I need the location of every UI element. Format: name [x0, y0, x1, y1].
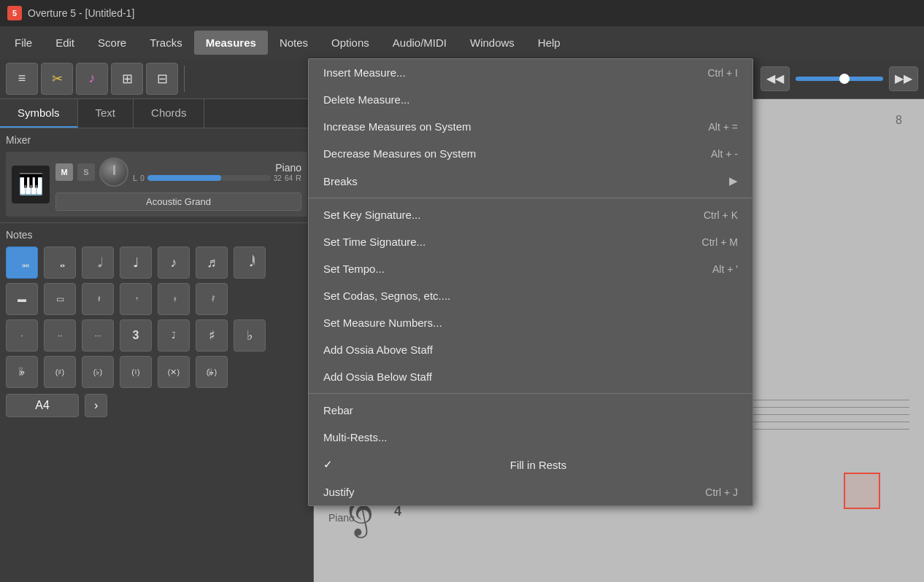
vol-l: L: [133, 174, 137, 182]
sharp-btn[interactable]: ♯: [196, 319, 228, 352]
volume-knob[interactable]: [99, 158, 128, 187]
transport-controls: ◀◀ ▶▶: [761, 66, 918, 91]
menu-measure-numbers[interactable]: Set Measure Numbers...: [309, 309, 752, 336]
rest-32nd[interactable]: 𝅀: [196, 283, 228, 315]
rebar-label: Rebar: [323, 404, 353, 416]
dot-double[interactable]: ··: [44, 319, 76, 352]
menu-increase-measures[interactable]: Increase Measures on System Alt + =: [309, 113, 752, 140]
menu-score[interactable]: Score: [86, 31, 138, 55]
menu-measures[interactable]: Measures: [194, 31, 268, 55]
triplet[interactable]: 3: [120, 319, 152, 352]
menu-set-codas[interactable]: Set Codas, Segnos, etc....: [309, 282, 752, 309]
menu-edit[interactable]: Edit: [44, 31, 86, 55]
flat-btn[interactable]: ♭: [234, 319, 266, 352]
paren-bb[interactable]: (𝄫): [196, 356, 228, 388]
note-half[interactable]: 𝅗𝅥: [82, 247, 114, 279]
menu-insert-measure[interactable]: Insert Measure... Ctrl + I: [309, 59, 752, 86]
menu-justify[interactable]: Justify Ctrl + J: [309, 478, 752, 505]
menu-delete-measure[interactable]: Delete Measure...: [309, 86, 752, 113]
left-panel: Symbols Text Chords Mixer 🎹 M S Piano L …: [0, 99, 314, 582]
menu-multi-rests[interactable]: Multi-Rests...: [309, 424, 752, 451]
menu-breaks[interactable]: Breaks ▶: [309, 167, 752, 195]
page-number: 8: [896, 114, 902, 127]
volume-bar-container: L 0 32 64 R: [133, 174, 301, 182]
open-icon: ≡: [18, 71, 26, 86]
rest-whole[interactable]: ▬: [6, 283, 38, 315]
paren-nat[interactable]: (♮): [120, 356, 152, 388]
music-icon: ♪: [89, 71, 96, 86]
volume-bar[interactable]: [147, 175, 271, 181]
note-eighth[interactable]: ♪: [158, 247, 190, 279]
toolbar-sliders-btn[interactable]: ⊟: [146, 63, 178, 95]
dot-triple[interactable]: ···: [82, 319, 114, 352]
slider-handle[interactable]: [839, 74, 850, 84]
piano-score-label: Piano: [328, 512, 355, 524]
tab-text[interactable]: Text: [78, 99, 134, 128]
breaks-arrow-icon: ▶: [729, 174, 738, 187]
menu-help[interactable]: Help: [526, 31, 572, 55]
toolbar-tools-btn[interactable]: ✂: [41, 63, 73, 95]
grace-before[interactable]: ♩̈: [158, 319, 190, 352]
menu-add-ossia-above[interactable]: Add Ossia Above Staff: [309, 336, 752, 363]
note-thirty-second[interactable]: 𝅘𝅥𝅲: [234, 247, 266, 279]
menu-decrease-measures[interactable]: Decrease Measures on System Alt + -: [309, 140, 752, 167]
rewind-button[interactable]: ◀◀: [761, 66, 790, 91]
toolbar-open-btn[interactable]: ≡: [6, 63, 38, 95]
rest-eighth[interactable]: 𝄾: [120, 283, 152, 315]
set-time-shortcut: Ctrl + M: [702, 236, 738, 248]
augmentation-grid: · ·· ··· 3 ♩̈ ♯ ♭: [6, 319, 307, 352]
menu-set-tempo[interactable]: Set Tempo... Alt + ': [309, 255, 752, 282]
fill-rests-label: Fill in Rests: [510, 459, 567, 471]
note-pitch-input[interactable]: [6, 394, 79, 417]
menu-set-key[interactable]: Set Key Signature... Ctrl + K: [309, 201, 752, 228]
rest-half[interactable]: ▭: [44, 283, 76, 315]
menu-notes[interactable]: Notes: [268, 31, 320, 55]
menu-fill-rests[interactable]: Fill in Rests: [309, 451, 752, 478]
measures-dropdown: Insert Measure... Ctrl + I Delete Measur…: [308, 58, 753, 506]
breaks-label: Breaks: [323, 175, 358, 187]
solo-button[interactable]: S: [77, 163, 95, 181]
accidentals-grid: 𝄫 (♯) (♭) (♮) (✕) (𝄫): [6, 356, 307, 388]
grid-icon: ⊞: [122, 71, 133, 87]
menu-tracks[interactable]: Tracks: [138, 31, 193, 55]
vol-32: 32: [274, 174, 282, 182]
insert-measure-shortcut: Ctrl + I: [707, 67, 738, 79]
set-time-label: Set Time Signature...: [323, 236, 426, 248]
menu-rebar[interactable]: Rebar: [309, 397, 752, 424]
menu-options[interactable]: Options: [320, 31, 381, 55]
note-sixteenth[interactable]: ♬: [196, 247, 228, 279]
note-quarter[interactable]: ♩: [120, 247, 152, 279]
play-button[interactable]: ▶▶: [889, 66, 918, 91]
acoustic-grand-label[interactable]: Acoustic Grand: [55, 193, 301, 211]
sliders-icon: ⊟: [157, 71, 168, 87]
dot-single[interactable]: ·: [6, 319, 38, 352]
note-double-whole[interactable]: 𝅜: [6, 247, 38, 279]
toolbar-grid-btn[interactable]: ⊞: [111, 63, 143, 95]
set-codas-label: Set Codas, Segnos, etc....: [323, 290, 450, 302]
paren-x[interactable]: (✕): [158, 356, 190, 388]
mixer-row: 🎹 M S Piano L 0 32: [6, 152, 307, 217]
mixer-title: Mixer: [6, 134, 307, 146]
menu-add-ossia-below[interactable]: Add Ossia Below Staff: [309, 363, 752, 390]
rest-quarter[interactable]: 𝄽: [82, 283, 114, 315]
note-whole[interactable]: 𝅝: [44, 247, 76, 279]
rest-sixteenth[interactable]: 𝄿: [158, 283, 190, 315]
toolbar-music-btn[interactable]: ♪: [76, 63, 108, 95]
menu-set-time[interactable]: Set Time Signature... Ctrl + M: [309, 228, 752, 255]
paren-sharp[interactable]: (♯): [44, 356, 76, 388]
tab-chords[interactable]: Chords: [134, 99, 204, 128]
transport-slider[interactable]: [796, 77, 883, 81]
vol-64: 64: [285, 174, 293, 182]
menu-audio-midi[interactable]: Audio/MIDI: [381, 31, 458, 55]
tab-symbols[interactable]: Symbols: [0, 99, 78, 128]
mute-button[interactable]: M: [55, 163, 73, 181]
note-input-row: ›: [6, 394, 307, 417]
menu-file[interactable]: File: [3, 31, 44, 55]
note-arrow-button[interactable]: ›: [85, 394, 107, 417]
selection-box: [844, 473, 880, 509]
menu-windows[interactable]: Windows: [458, 31, 526, 55]
increase-measures-shortcut: Alt + =: [709, 121, 738, 133]
set-tempo-label: Set Tempo...: [323, 263, 385, 275]
double-flat[interactable]: 𝄫: [6, 356, 38, 388]
paren-flat[interactable]: (♭): [82, 356, 114, 388]
